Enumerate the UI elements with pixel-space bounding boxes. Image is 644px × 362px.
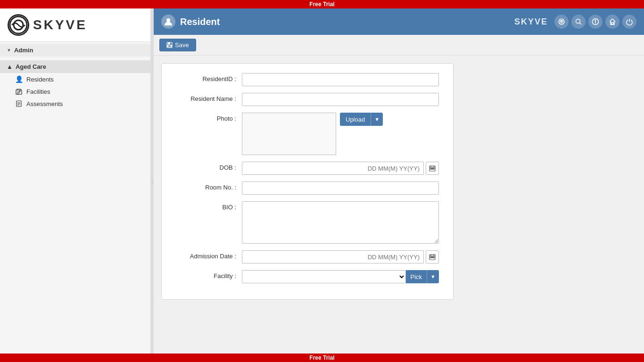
facility-label: Facility : — [176, 270, 242, 280]
header-person-icon — [161, 15, 175, 29]
svg-rect-34 — [433, 257, 434, 258]
resident-name-input[interactable] — [242, 93, 439, 106]
facility-row: Facility : Pick ▼ — [176, 270, 439, 283]
admission-date-calendar-button[interactable] — [426, 250, 439, 263]
nav-aged-care-section: ▲ Aged Care 👤 Residents Facilities — [0, 58, 150, 112]
upload-group: Upload ▼ — [340, 113, 383, 126]
room-no-label: Room No. : — [176, 181, 242, 191]
admission-date-input[interactable] — [242, 250, 424, 263]
dob-row: DOB : — [176, 162, 439, 175]
sidebar: SKYVE ▼ Admin ▲ Aged Care 👤 Residents — [0, 8, 151, 354]
bio-textarea[interactable] — [242, 201, 439, 244]
sidebar-item-facilities[interactable]: Facilities — [0, 85, 150, 98]
assessments-label: Assessments — [26, 100, 63, 107]
save-label: Save — [175, 41, 189, 49]
svg-rect-32 — [430, 257, 431, 258]
header-logo-text: SKYVE — [514, 17, 548, 27]
admission-date-input-group — [242, 250, 439, 263]
svg-rect-18 — [168, 42, 170, 44]
home-icon-btn[interactable] — [605, 15, 619, 29]
header-right: SKYVE — [514, 15, 636, 29]
calendar-icon — [429, 165, 436, 172]
svg-line-12 — [580, 23, 582, 25]
facility-select[interactable] — [242, 270, 406, 283]
svg-point-11 — [576, 19, 580, 24]
bio-label: BIO : — [176, 201, 242, 211]
upload-dropdown-button[interactable]: ▼ — [371, 113, 383, 126]
bottom-free-trial-bar: Free Trial — [0, 354, 644, 362]
photo-container: Upload ▼ — [242, 113, 439, 155]
logo-icon — [8, 14, 29, 36]
logo-text: SKYVE — [33, 17, 87, 33]
sidebar-item-assessments[interactable]: Assessments — [0, 98, 150, 110]
photo-row: Photo : Upload ▼ — [176, 113, 439, 155]
logo-area: SKYVE — [0, 8, 150, 42]
bio-row: BIO : — [176, 201, 439, 244]
nav-admin-header[interactable]: ▼ Admin — [0, 44, 150, 57]
resident-name-label: Resident Name : — [176, 93, 242, 102]
room-no-row: Room No. : — [176, 181, 439, 195]
admission-date-label: Admission Date : — [176, 250, 242, 260]
svg-rect-26 — [432, 168, 433, 169]
facilities-icon — [15, 88, 23, 95]
facility-pick-dropdown-button[interactable]: ▼ — [427, 270, 439, 283]
header-bar: Resident SKYVE — [154, 8, 644, 35]
photo-box — [242, 113, 336, 155]
save-button[interactable]: Save — [159, 39, 196, 51]
admission-date-row: Admission Date : — [176, 250, 439, 263]
export-icon-btn[interactable] — [554, 15, 569, 29]
toolbar: Save — [154, 35, 644, 56]
admin-chevron-icon: ▼ — [7, 48, 11, 53]
search-icon-btn[interactable] — [571, 15, 586, 29]
admin-label: Admin — [14, 47, 33, 54]
resident-id-row: ResidentID : — [176, 73, 439, 86]
svg-rect-3 — [17, 92, 19, 94]
resident-name-row: Resident Name : — [176, 93, 439, 106]
header-left: Resident — [161, 15, 220, 29]
svg-point-15 — [595, 20, 596, 21]
svg-rect-25 — [430, 168, 431, 169]
top-free-trial-bar: Free Trial — [0, 0, 644, 8]
aged-care-label: Aged Care — [16, 63, 46, 70]
dob-input[interactable] — [242, 162, 424, 175]
facility-pick-button[interactable]: Pick — [406, 270, 427, 283]
admission-calendar-icon — [429, 254, 436, 260]
resident-id-input[interactable] — [242, 73, 439, 86]
dob-label: DOB : — [176, 162, 242, 171]
svg-rect-27 — [433, 168, 434, 169]
dob-input-group — [242, 162, 439, 175]
resident-id-label: ResidentID : — [176, 73, 242, 82]
save-icon — [166, 42, 173, 48]
nav-aged-care-header[interactable]: ▲ Aged Care — [0, 60, 150, 73]
residents-icon: 👤 — [15, 75, 23, 83]
aged-care-chevron-icon: ▲ — [7, 63, 13, 70]
residents-label: Residents — [26, 76, 54, 83]
form-area: ResidentID : Resident Name : Photo : Upl… — [154, 56, 644, 354]
facility-group: Pick ▼ — [242, 270, 439, 283]
nav-admin-section: ▼ Admin — [0, 42, 150, 58]
facilities-label: Facilities — [26, 88, 50, 95]
power-icon-btn[interactable] — [622, 15, 636, 29]
dob-calendar-button[interactable] — [426, 162, 439, 175]
assessments-icon — [15, 100, 23, 107]
svg-point-9 — [166, 18, 170, 22]
form-card: ResidentID : Resident Name : Photo : Upl… — [161, 63, 454, 300]
svg-rect-16 — [611, 23, 613, 25]
svg-rect-4 — [19, 91, 20, 92]
page-title: Resident — [180, 16, 220, 27]
svg-rect-20 — [168, 46, 171, 47]
svg-rect-33 — [432, 257, 433, 258]
room-no-input[interactable] — [242, 181, 439, 195]
sidebar-item-residents[interactable]: 👤 Residents — [0, 73, 150, 85]
photo-label: Photo : — [176, 113, 242, 122]
main-content: Resident SKYVE — [154, 8, 644, 354]
info-icon-btn[interactable] — [588, 15, 603, 29]
upload-button[interactable]: Upload — [340, 113, 371, 126]
